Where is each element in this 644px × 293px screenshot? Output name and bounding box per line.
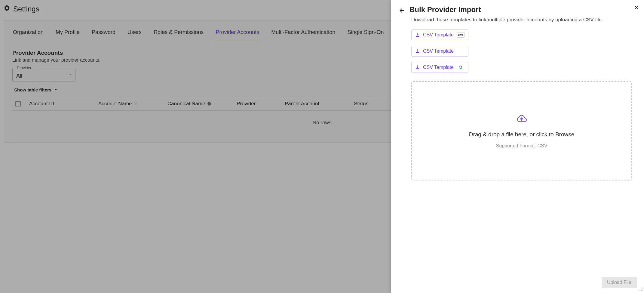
drawer-footer: Upload File	[391, 277, 644, 293]
download-icon	[415, 49, 420, 54]
bulk-import-drawer: Bulk Provider Import Download these temp…	[391, 0, 644, 293]
template-label: CSV Template	[423, 32, 454, 38]
microsoft-icon	[457, 48, 465, 54]
csv-template-azure-button[interactable]: CSV Template	[411, 46, 468, 57]
download-icon	[415, 65, 420, 70]
dropzone-text: Drag & drop a file here, or click to Bro…	[469, 131, 575, 138]
back-button[interactable]	[399, 7, 405, 15]
dropzone-subtext: Supported Format: CSV	[496, 143, 547, 149]
csv-template-gcp-button[interactable]: CSV Template	[411, 62, 468, 73]
upload-file-button[interactable]: Upload File	[602, 277, 637, 288]
cloud-upload-icon	[514, 113, 529, 126]
template-label: CSV Template	[423, 48, 454, 54]
csv-template-aws-button[interactable]: CSV Template aws	[411, 29, 468, 40]
download-icon	[415, 32, 420, 37]
drawer-subtitle: Download these templates to link multipl…	[391, 15, 644, 23]
template-label: CSV Template	[423, 65, 454, 70]
drawer-header: Bulk Provider Import	[391, 0, 644, 15]
template-list: CSV Template aws CSV Template CSV Templa…	[391, 23, 644, 73]
resize-grip-icon[interactable]	[639, 287, 643, 292]
close-button[interactable]	[631, 2, 642, 13]
drawer-title: Bulk Provider Import	[409, 5, 481, 14]
aws-icon: aws	[457, 32, 465, 38]
google-cloud-icon	[457, 65, 465, 70]
file-dropzone[interactable]: Drag & drop a file here, or click to Bro…	[411, 81, 632, 180]
